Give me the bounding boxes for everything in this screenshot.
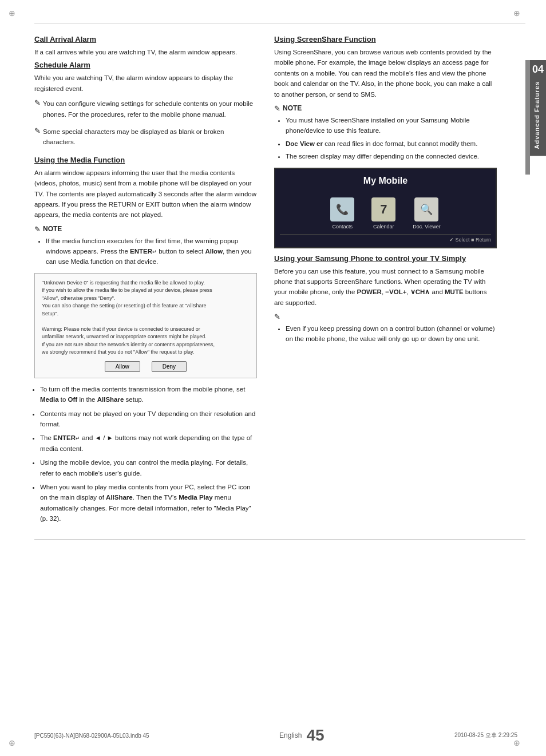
page-footer: [PC550(63)-NA]BN68-02900A-05L03.indb 45 … — [0, 726, 546, 745]
schedule-alarm-body: While you are watching TV, the alarm win… — [34, 73, 257, 94]
right-column: Using ScreenShare Function Using ScreenS… — [274, 35, 497, 528]
dialog-line7: Warning: Please note that if your device… — [42, 326, 250, 334]
screenshare-heading: Using ScreenShare Function — [274, 35, 497, 43]
section-call-arrival: Call Arrival Alarm If a call arrives whi… — [34, 35, 257, 57]
content-area: Call Arrival Alarm If a call arrives whi… — [0, 23, 525, 539]
dialog-line5: Setup". — [42, 310, 250, 318]
bullet-item-1: To turn off the media contents transmiss… — [40, 384, 257, 405]
call-arrival-body: If a call arrives while you are watching… — [34, 47, 257, 57]
my-mobile-title: My Mobile — [280, 173, 491, 188]
page-container: ⊕ ⊕ ⊕ ⊕ 04 Advanced Features Call Arriva… — [0, 0, 546, 756]
chapter-title: Advanced Features — [530, 74, 546, 156]
section-screenshare: Using ScreenShare Function Using ScreenS… — [274, 35, 497, 248]
samsung-phone-note-header: ✎ — [274, 312, 497, 321]
my-mobile-footer: ✔ Select ■ Return — [280, 234, 491, 243]
screenshare-note-item-1: You must have ScreenShare installed on y… — [286, 115, 497, 136]
bottom-divider — [34, 539, 525, 540]
samsung-phone-note-item: Even if you keep pressing down on a cont… — [286, 323, 497, 345]
contacts-label: Contacts — [333, 224, 353, 229]
bullet-item-3: The ENTER↵ and ◄ / ► buttons may not wor… — [40, 433, 257, 454]
section-schedule-alarm: Schedule Alarm While you are watching TV… — [34, 61, 257, 151]
pencil-icon-2: ✎ — [34, 126, 41, 135]
dialog-line8: unfamiliar network, unwanted or inapprop… — [42, 333, 250, 341]
section-samsung-phone: Using your Samsung Phone to control your… — [274, 254, 497, 345]
pencil-icon-1: ✎ — [34, 98, 41, 107]
media-note-label: NOTE — [43, 225, 62, 233]
samsung-phone-heading: Using your Samsung Phone to control your… — [274, 254, 497, 263]
page-number-block: English 45 — [279, 726, 325, 745]
mobile-icon-docviewer: 🔍 Doc. Viewer — [413, 197, 440, 229]
calendar-label: Calendar — [373, 224, 394, 229]
schedule-note-1-text: You can configure viewing settings for s… — [43, 98, 257, 120]
dialog-allow-button[interactable]: Allow — [105, 361, 140, 372]
corner-mark-tr: ⊕ — [513, 9, 520, 18]
dialog-buttons: Allow Deny — [42, 361, 250, 372]
media-function-body: An alarm window appears informing the us… — [34, 168, 257, 220]
page-number-text: English — [279, 731, 302, 739]
dialog-line10: we strongly recommend that you do not "A… — [42, 349, 250, 357]
screenshare-body: Using ScreenShare, you can browse variou… — [274, 47, 497, 100]
contacts-icon: 📞 — [330, 197, 354, 221]
media-note-item-1: If the media function executes for the f… — [46, 236, 257, 267]
dialog-line1: "Unknown Device 0" is requesting that th… — [42, 279, 250, 287]
docviewer-icon: 🔍 — [414, 197, 438, 221]
media-note-header: ✎ NOTE — [34, 225, 257, 233]
footer-left: [PC550(63)-NA]BN68-02900A-05L03.indb 45 — [34, 733, 149, 739]
bullet-item-5: When you want to play media contents fro… — [40, 482, 257, 524]
screenshare-note-label: NOTE — [283, 104, 302, 112]
bullet-item-2: Contents may not be played on your TV de… — [40, 409, 257, 430]
schedule-note-2: ✎ Some special characters may be display… — [34, 126, 257, 151]
samsung-phone-note-section: ✎ Even if you keep pressing down on a co… — [274, 312, 497, 345]
screenshare-note-item-3: The screen display may differ depending … — [286, 151, 497, 161]
pencil-icon-5: ✎ — [274, 312, 280, 321]
screenshare-note-section: ✎ NOTE You must have ScreenShare install… — [274, 104, 497, 162]
media-note-section: ✎ NOTE If the media function executes fo… — [34, 225, 257, 267]
dialog-line2: If you wish to allow the media file to b… — [42, 287, 250, 295]
footer-right: 2010-08-25 오후 2:29:25 — [454, 731, 517, 739]
page-number: 45 — [306, 726, 324, 745]
left-column: Call Arrival Alarm If a call arrives whi… — [34, 35, 257, 528]
my-mobile-icons: 📞 Contacts 7 Calendar 🔍 Doc. Viewer — [280, 197, 491, 229]
schedule-alarm-heading: Schedule Alarm — [34, 61, 257, 69]
dialog-line9: If you are not sure about the network's … — [42, 341, 250, 349]
schedule-notes: ✎ You can configure viewing settings for… — [34, 98, 257, 151]
samsung-phone-note-items: Even if you keep pressing down on a cont… — [286, 323, 497, 345]
bullet-item-4: Using the mobile device, you can control… — [40, 457, 257, 478]
side-tab-bar — [525, 60, 530, 175]
call-arrival-heading: Call Arrival Alarm — [34, 35, 257, 43]
dialog-line4: You can also change the setting (or rese… — [42, 302, 250, 310]
pencil-icon-3: ✎ — [34, 225, 41, 233]
dialog-line3: "Allow", otherwise press "Deny". — [42, 295, 250, 303]
schedule-note-1: ✎ You can configure viewing settings for… — [34, 98, 257, 123]
mobile-icon-contacts: 📞 Contacts — [330, 197, 354, 229]
screenshare-note-header: ✎ NOTE — [274, 104, 497, 113]
pencil-icon-4: ✎ — [274, 104, 280, 113]
dialog-deny-button[interactable]: Deny — [152, 361, 187, 372]
corner-mark-tl: ⊕ — [9, 9, 15, 18]
section-media-function: Using the Media Function An alarm window… — [34, 156, 257, 524]
docviewer-label: Doc. Viewer — [413, 224, 440, 229]
screenshare-note-item-2: Doc View er can read files in doc format… — [286, 138, 497, 149]
dialog-box: "Unknown Device 0" is requesting that th… — [34, 273, 257, 378]
my-mobile-box: My Mobile 📞 Contacts 7 Calendar 🔍 Doc. — [274, 168, 497, 248]
schedule-note-2-text: Some special characters may be displayed… — [43, 126, 257, 148]
media-function-heading: Using the Media Function — [34, 156, 257, 164]
calendar-icon: 7 — [371, 197, 395, 221]
mobile-icon-calendar: 7 Calendar — [371, 197, 395, 229]
media-note-items: If the media function executes for the f… — [46, 236, 257, 267]
samsung-phone-body: Before you can use this feature, you mus… — [274, 266, 497, 308]
screenshare-note-items: You must have ScreenShare installed on y… — [286, 115, 497, 162]
media-bullet-list: To turn off the media contents transmiss… — [40, 384, 257, 524]
